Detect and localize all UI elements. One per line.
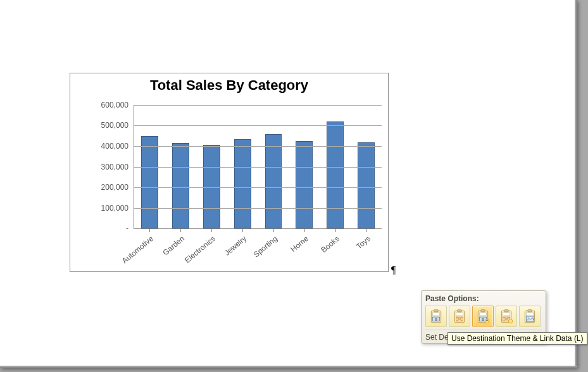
svg-rect-16 bbox=[504, 310, 509, 312]
chart-object[interactable]: Total Sales By Category -100,000200,0003… bbox=[70, 73, 389, 272]
chart-plot-area bbox=[134, 105, 382, 229]
paste-option-use-destination-theme-embed[interactable]: a bbox=[425, 306, 447, 327]
svg-rect-11 bbox=[480, 313, 487, 316]
svg-text:a: a bbox=[482, 317, 484, 321]
tooltip: Use Destination Theme & Link Data (L) bbox=[447, 332, 587, 345]
chart-gridline bbox=[134, 146, 382, 147]
chart-plot-wrap: -100,000200,000300,000400,000500,000600,… bbox=[89, 105, 382, 228]
y-tick-label: 500,000 bbox=[101, 121, 128, 130]
paste-option-use-destination-theme-link[interactable]: a bbox=[472, 306, 494, 327]
x-label-slot: Automotive bbox=[134, 230, 165, 268]
chart-bar[interactable] bbox=[296, 141, 313, 228]
svg-point-14 bbox=[485, 319, 489, 323]
chart-bar[interactable] bbox=[141, 136, 158, 228]
y-tick-label: 400,000 bbox=[101, 142, 128, 151]
svg-rect-22 bbox=[527, 313, 534, 316]
chart-bar[interactable] bbox=[358, 142, 375, 229]
chart-title: Total Sales By Category bbox=[70, 77, 388, 94]
paste-options-icons-row: aa bbox=[425, 306, 542, 327]
chart-gridline bbox=[134, 105, 382, 106]
svg-rect-1 bbox=[434, 310, 439, 312]
paste-option-picture[interactable] bbox=[519, 306, 541, 327]
x-label-slot: Jewelry bbox=[227, 230, 258, 268]
y-tick-label: 200,000 bbox=[101, 183, 128, 192]
svg-rect-2 bbox=[433, 313, 440, 316]
y-tick-label: 300,000 bbox=[101, 163, 128, 171]
chart-gridline bbox=[134, 125, 382, 126]
x-label-slot: Books bbox=[320, 230, 351, 268]
page-shadow-bottom bbox=[0, 366, 577, 368]
paste-options-title: Paste Options: bbox=[425, 294, 542, 303]
paste-option-keep-source-formatting-link[interactable] bbox=[496, 306, 517, 327]
y-tick-label: 600,000 bbox=[101, 101, 128, 109]
paragraph-mark: ¶ bbox=[391, 264, 396, 276]
svg-point-19 bbox=[508, 319, 513, 323]
x-label-slot: Sporting bbox=[258, 230, 289, 268]
svg-rect-6 bbox=[458, 310, 462, 312]
svg-rect-21 bbox=[528, 310, 532, 312]
chart-gridline bbox=[134, 208, 382, 209]
chart-gridline bbox=[134, 167, 382, 168]
chart-bar[interactable] bbox=[327, 121, 344, 228]
x-label-slot: Home bbox=[289, 230, 320, 268]
x-label-slot: Electronics bbox=[196, 230, 227, 268]
y-tick-label: 100,000 bbox=[101, 204, 128, 213]
svg-rect-17 bbox=[503, 313, 510, 316]
chart-y-axis: -100,000200,000300,000400,000500,000600,… bbox=[89, 105, 132, 228]
x-label-slot: Toys bbox=[351, 230, 382, 268]
y-tick-label: - bbox=[126, 224, 128, 233]
chart-bar[interactable] bbox=[265, 134, 282, 228]
chart-x-labels: AutomotiveGardenElectronicsJewelrySporti… bbox=[134, 230, 382, 268]
svg-rect-10 bbox=[481, 310, 485, 312]
svg-point-24 bbox=[528, 317, 529, 318]
paste-option-keep-source-formatting-embed[interactable] bbox=[449, 306, 470, 327]
document-page: Total Sales By Category -100,000200,0003… bbox=[0, 0, 577, 368]
svg-rect-7 bbox=[456, 313, 463, 316]
page-shadow-right bbox=[575, 0, 577, 368]
chart-gridline bbox=[134, 187, 382, 188]
svg-text:a: a bbox=[435, 317, 437, 321]
